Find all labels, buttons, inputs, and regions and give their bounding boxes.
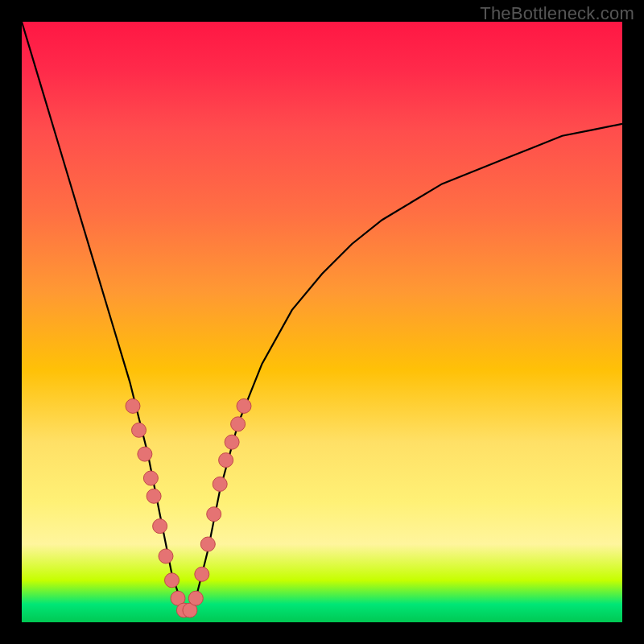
data-marker <box>219 453 233 468</box>
data-marker <box>213 477 227 491</box>
data-marker <box>126 398 140 413</box>
data-marker <box>138 447 152 461</box>
data-marker <box>132 423 147 437</box>
marker-group <box>126 398 251 617</box>
chart-frame: TheBottleneck.com <box>0 0 644 644</box>
data-marker <box>195 567 209 581</box>
data-marker <box>231 417 246 431</box>
data-marker <box>200 537 215 551</box>
data-marker <box>165 573 180 588</box>
data-marker <box>159 549 173 564</box>
data-marker <box>237 398 251 413</box>
data-marker <box>225 435 239 449</box>
data-marker <box>153 519 167 534</box>
data-marker <box>147 489 161 503</box>
curve-svg <box>22 22 622 622</box>
data-marker <box>143 471 158 485</box>
plot-area <box>22 22 622 622</box>
data-marker <box>188 591 203 605</box>
bottleneck-curve <box>22 22 622 610</box>
data-marker <box>207 507 221 522</box>
